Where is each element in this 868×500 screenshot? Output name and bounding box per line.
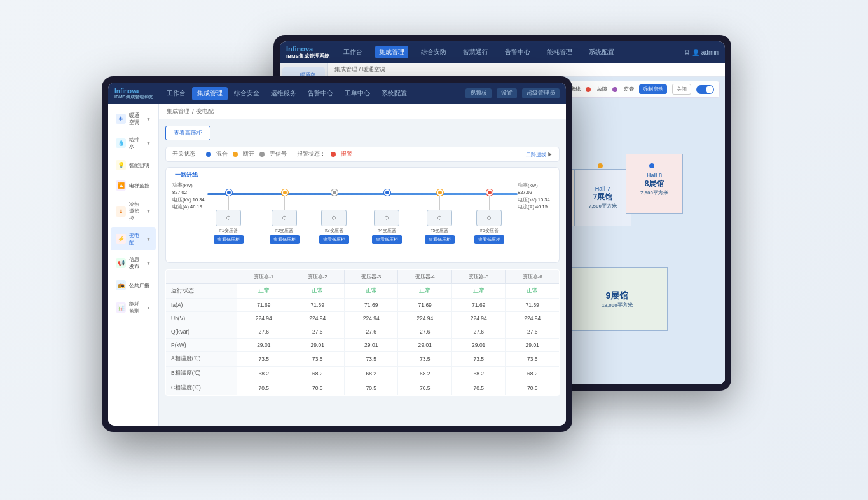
back-nav-right: ⚙ 👤 admin xyxy=(684,49,719,56)
settings-btn[interactable]: 设置 xyxy=(497,88,517,98)
cell-r0-c3: 正常 xyxy=(398,284,451,299)
cell-r7-c5: 70.5 xyxy=(506,381,560,396)
front-sidebar-elevator[interactable]: 🔼 电梯监控 xyxy=(111,176,156,195)
legend-fault-dot xyxy=(586,87,591,92)
t1-label: #1变压器 xyxy=(219,227,238,234)
cell-r1-c3: 71.69 xyxy=(398,299,451,312)
t3-label: #3变压器 xyxy=(325,227,343,234)
cell-r4-c4: 29.01 xyxy=(451,339,505,352)
col-header-t6: 变压器-6 xyxy=(506,270,560,284)
cell-r0-c5: 正常 xyxy=(506,284,560,299)
video-check-btn[interactable]: 视频核 xyxy=(465,88,492,98)
equipment-dot-4 xyxy=(649,163,654,168)
cell-r4-c2: 29.01 xyxy=(345,339,398,352)
table-row: A相温度(℃)73.573.573.573.573.573.5 xyxy=(166,352,560,367)
front-nav-integrated[interactable]: 集成管理 xyxy=(192,87,228,100)
back-topbar: Infinova IBMS集成管理系统 工作台 集成管理 综合安防 智慧通行 告… xyxy=(280,41,725,63)
cell-r6-c3: 68.2 xyxy=(398,367,451,381)
back-nav-energy[interactable]: 能耗管理 xyxy=(543,46,576,58)
cell-r1-c0: 71.69 xyxy=(237,299,291,312)
t6-box: ⬡ xyxy=(476,210,502,226)
hall8-block: Hall 8 8展馆 7,500平方米 xyxy=(626,154,683,214)
t6-btn[interactable]: 查看低压柜 xyxy=(474,235,504,244)
cell-r1-c1: 71.69 xyxy=(291,299,344,312)
row-label: C相温度(℃) xyxy=(166,381,237,396)
front-sidebar-power[interactable]: ⚡ 变电配 ▼ xyxy=(111,227,156,250)
data-table-wrapper: 变压器-1 变压器-2 变压器-3 变压器-4 变压器-5 变压器-6 运行状态… xyxy=(165,269,560,396)
front-sidebar-water[interactable]: 💧 给排水 ▼ xyxy=(111,132,156,154)
t3-box: ⬡ xyxy=(321,210,347,226)
front-nav-alarm[interactable]: 告警中心 xyxy=(303,87,338,100)
switch-status-bar: 开关状态： 混合 断开 无信号 报警状态： 报警 二路进线 ▶ xyxy=(165,147,560,162)
cell-r3-c3: 27.6 xyxy=(398,325,451,339)
t2-box: ⬡ xyxy=(272,210,297,226)
transformer-data-table: 变压器-1 变压器-2 变压器-3 变压器-4 变压器-5 变压器-6 运行状态… xyxy=(165,269,560,396)
cell-r3-c5: 27.6 xyxy=(506,325,560,339)
cell-r3-c4: 27.6 xyxy=(451,325,505,339)
t2-label: #2变压器 xyxy=(275,227,294,234)
back-nav-config[interactable]: 系统配置 xyxy=(585,46,618,58)
col-header-t3: 变压器-3 xyxy=(345,270,398,284)
cell-r7-c3: 70.5 xyxy=(398,381,451,396)
back-nav: 工作台 集成管理 综合安防 智慧通行 告警中心 能耗管理 系统配置 xyxy=(340,46,618,58)
front-sidebar-broadcast[interactable]: 📻 公共广播 xyxy=(111,276,156,295)
cell-r1-c4: 71.69 xyxy=(451,299,505,312)
front-sidebar-energy[interactable]: 📊 能耗监测 ▼ xyxy=(111,296,156,319)
bus-line xyxy=(207,193,518,195)
cell-r1-c2: 71.69 xyxy=(345,299,398,312)
line1-label: 一路进线 xyxy=(175,172,198,179)
bus-area: ⬡ #1变压器 查看低压柜 ⬡ #2变压器 查看低压柜 xyxy=(207,182,518,255)
front-nav-workorder[interactable]: 工单中心 xyxy=(340,87,375,100)
cell-r3-c2: 27.6 xyxy=(345,325,398,339)
cell-r6-c5: 68.2 xyxy=(506,367,560,381)
front-sidebar-thermal[interactable]: 🌡 冷热源监控 ▼ xyxy=(111,196,156,226)
cell-r0-c2: 正常 xyxy=(345,284,398,299)
cell-r2-c1: 224.94 xyxy=(291,312,344,325)
front-nav-ops[interactable]: 运维服务 xyxy=(266,87,301,100)
front-energy-icon: 📊 xyxy=(116,302,126,313)
front-scroll-area[interactable]: 查看高压柜 开关状态： 混合 断开 无信号 报警状态： 报警 xyxy=(159,119,566,426)
front-nav-safety[interactable]: 综合安全 xyxy=(229,87,265,100)
back-nav-alarm[interactable]: 告警中心 xyxy=(501,46,534,58)
back-nav-integrated[interactable]: 集成管理 xyxy=(375,46,408,58)
row-label: Ub(V) xyxy=(166,312,237,325)
front-nav-workbench[interactable]: 工作台 xyxy=(162,87,191,100)
front-sidebar-hvac[interactable]: ❄ 暖通空调 ▼ xyxy=(111,107,156,130)
front-thermal-icon: 🌡 xyxy=(116,206,126,217)
front-breadcrumb: 集成管理 / 变电配 xyxy=(159,104,566,119)
close-btn[interactable]: 关闭 xyxy=(672,84,691,95)
front-info-chevron: ▼ xyxy=(146,261,151,266)
front-nav-config[interactable]: 系统配置 xyxy=(376,87,412,100)
back-nav-transit[interactable]: 智慧通行 xyxy=(459,46,492,58)
t1-btn[interactable]: 查看低压柜 xyxy=(214,235,244,244)
vline-4 xyxy=(387,196,387,210)
back-nav-workbench[interactable]: 工作台 xyxy=(340,46,366,58)
t2-btn[interactable]: 查看低压柜 xyxy=(270,235,300,244)
back-admin-label: ⚙ 👤 admin xyxy=(684,49,719,56)
force-start-btn[interactable]: 强制启动 xyxy=(639,84,667,94)
back-nav-safety[interactable]: 综合安防 xyxy=(417,46,450,58)
vline-3 xyxy=(334,196,334,210)
query-row: 查看高压柜 xyxy=(165,126,560,140)
front-sidebar-lighting[interactable]: 💡 智能照明 xyxy=(111,156,156,175)
status-dot-open xyxy=(233,152,238,157)
query-high-btn[interactable]: 查看高压柜 xyxy=(165,126,210,140)
status-dot-nosignal xyxy=(259,152,265,157)
toggle-switch[interactable] xyxy=(696,85,714,94)
cell-r4-c0: 29.01 xyxy=(237,339,291,352)
table-row: B相温度(℃)68.268.268.268.268.268.2 xyxy=(166,367,560,381)
transformer-1: ⬡ #1变压器 查看低压柜 xyxy=(214,210,242,244)
t5-btn[interactable]: 查看低压柜 xyxy=(425,235,455,244)
front-topbar: Infinova IBMS集成管理系统 工作台 集成管理 综合安全 运维服务 告… xyxy=(108,83,566,104)
t5-box: ⬡ xyxy=(427,210,452,226)
t6-label: #6变压器 xyxy=(480,227,499,234)
front-sidebar-info[interactable]: 📢 信息发布 ▼ xyxy=(111,252,156,274)
t3-btn[interactable]: 查看低压柜 xyxy=(319,235,349,244)
front-nav: 工作台 集成管理 综合安全 运维服务 告警中心 工单中心 系统配置 xyxy=(162,87,412,100)
table-row: Q(kVar)27.627.627.627.627.627.6 xyxy=(166,325,560,339)
super-admin-btn[interactable]: 超级管理员 xyxy=(522,88,560,98)
t4-btn[interactable]: 查看低压柜 xyxy=(372,235,402,244)
line2-link[interactable]: 二路进线 ▶ xyxy=(526,151,553,158)
front-energy-chevron: ▼ xyxy=(146,306,151,310)
cell-r7-c2: 70.5 xyxy=(345,381,398,396)
